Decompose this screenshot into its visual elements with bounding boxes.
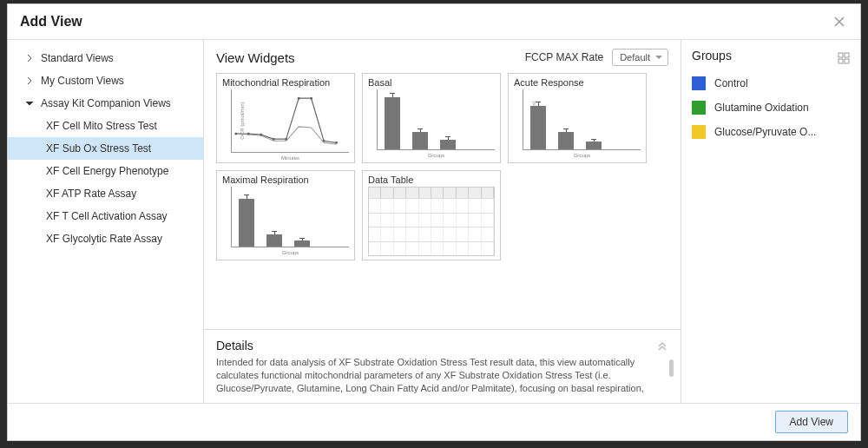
tree-item-label: Assay Kit Companion Views <box>41 97 171 109</box>
tree-item-label: Standard Views <box>41 52 114 64</box>
tree-item-label: My Custom Views <box>41 75 124 87</box>
bars <box>378 89 495 149</box>
svg-point-7 <box>323 140 326 142</box>
main-panel: View Widgets FCCP MAX Rate Default Mitoc… <box>204 40 681 403</box>
svg-point-8 <box>335 142 338 144</box>
details-body: Intended for data analysis of XF Substra… <box>216 356 668 394</box>
svg-point-2 <box>260 134 262 136</box>
chevron-right-icon <box>25 76 34 85</box>
color-swatch <box>692 125 706 139</box>
main-header: View Widgets FCCP MAX Rate Default <box>204 40 681 73</box>
x-axis-label: Minutes <box>281 155 299 161</box>
svg-point-3 <box>273 138 275 141</box>
collapse-up-icon[interactable] <box>656 339 668 354</box>
widget-title: Acute Response <box>514 77 641 88</box>
dialog-footer: Add View <box>8 403 860 440</box>
group-item-glucose[interactable]: Glucose/Pyruvate O... <box>692 120 850 144</box>
tree-item-atp-rate[interactable]: XF ATP Rate Assay <box>8 182 203 205</box>
svg-point-4 <box>285 138 287 141</box>
svg-point-5 <box>298 97 300 100</box>
widget-basal[interactable]: Basal OCR (pmol/min) Groups <box>362 73 501 163</box>
dropdown-value: Default <box>620 52 650 63</box>
add-view-button[interactable]: Add View <box>775 411 848 433</box>
color-swatch <box>692 76 706 90</box>
dialog-header: Add View <box>8 4 860 40</box>
group-label: Glutamine Oxidation <box>714 102 809 114</box>
line-chart: OCR (pmol/min) Minutes <box>231 89 349 153</box>
group-label: Glucose/Pyruvate O... <box>714 126 816 138</box>
tree-item-tcell-activation[interactable]: XF T Cell Activation Assay <box>8 205 203 227</box>
rate-label: FCCP MAX Rate <box>525 51 603 63</box>
widgets-grid: Mitochondrial Respiration OCR (pmol/min)… <box>204 73 681 260</box>
dialog-body: Standard Views My Custom Views Assay Kit… <box>8 40 860 403</box>
expand-all-icon[interactable] <box>838 52 850 68</box>
bars <box>523 89 641 149</box>
sidebar-tree: Standard Views My Custom Views Assay Kit… <box>8 40 204 403</box>
widget-title: Data Table <box>368 175 495 185</box>
x-axis-label: Groups <box>282 250 299 255</box>
scrollbar-thumb[interactable] <box>669 359 674 377</box>
details-section: Details Intended for data analysis of XF… <box>204 329 681 403</box>
tree-item-glycolytic-rate[interactable]: XF Glycolytic Rate Assay <box>8 227 203 250</box>
bar-chart: OCR (pmol/min) Groups <box>523 89 641 150</box>
close-button[interactable] <box>831 13 848 30</box>
widget-acute-response[interactable]: Acute Response OCR (pmol/min) Groups <box>508 73 647 163</box>
view-widgets-title: View Widgets <box>216 50 516 65</box>
svg-rect-9 <box>838 53 843 57</box>
bar-chart: OCR (pmol/min) Groups <box>377 89 495 150</box>
groups-panel: Groups Control Glutamine Oxidation Gluco… <box>681 40 860 403</box>
tree-item-label: XF T Cell Activation Assay <box>46 210 168 222</box>
group-item-glutamine[interactable]: Glutamine Oxidation <box>692 96 850 120</box>
widget-title: Maximal Respiration <box>222 175 349 185</box>
svg-rect-12 <box>845 59 849 63</box>
bars <box>232 187 349 247</box>
svg-point-1 <box>247 133 250 135</box>
svg-rect-11 <box>838 59 843 63</box>
widget-title: Basal <box>368 77 495 88</box>
chevron-down-icon <box>25 99 34 108</box>
bar-chart: OCR (pmol/min) Groups <box>231 187 349 247</box>
dialog-title: Add View <box>20 14 82 30</box>
close-icon <box>833 16 845 28</box>
groups-title: Groups <box>692 49 732 63</box>
x-axis-label: Groups <box>574 153 591 158</box>
tree-item-energy-phenotype[interactable]: XF Cell Energy Phenotype <box>8 160 203 182</box>
details-title: Details <box>216 339 668 352</box>
tree-item-standard-views[interactable]: Standard Views <box>8 47 203 69</box>
color-swatch <box>692 101 706 115</box>
tree-item-label: XF ATP Rate Assay <box>46 188 136 200</box>
widget-mito-respiration[interactable]: Mitochondrial Respiration OCR (pmol/min)… <box>216 73 355 163</box>
tree-item-label: XF Sub Ox Stress Test <box>46 142 151 155</box>
svg-point-6 <box>310 97 312 100</box>
x-axis-label: Groups <box>428 153 445 158</box>
y-axis-label: OCR (pmol/min) <box>240 102 245 139</box>
tree-item-label: XF Cell Mito Stress Test <box>46 120 157 132</box>
widget-maximal-respiration[interactable]: Maximal Respiration OCR (pmol/min) Group… <box>216 170 355 260</box>
group-label: Control <box>714 77 748 89</box>
tree-item-assay-kit-companion[interactable]: Assay Kit Companion Views <box>8 92 203 115</box>
tree-item-mito-stress[interactable]: XF Cell Mito Stress Test <box>8 115 203 137</box>
add-view-dialog: Add View Standard Views My Custom Views <box>7 3 861 441</box>
svg-point-0 <box>234 133 237 135</box>
rate-dropdown[interactable]: Default <box>612 49 668 66</box>
tree-item-my-custom-views[interactable]: My Custom Views <box>8 69 203 92</box>
widget-data-table[interactable]: Data Table <box>362 170 501 260</box>
group-item-control[interactable]: Control <box>692 71 850 96</box>
tree-item-label: XF Glycolytic Rate Assay <box>46 233 162 245</box>
chevron-right-icon <box>25 54 34 63</box>
widget-title: Mitochondrial Respiration <box>222 77 349 88</box>
tree-item-sub-ox-stress[interactable]: XF Sub Ox Stress Test <box>8 137 203 160</box>
tree-item-label: XF Cell Energy Phenotype <box>46 165 168 177</box>
data-table-preview <box>368 187 495 256</box>
svg-rect-10 <box>845 53 849 57</box>
